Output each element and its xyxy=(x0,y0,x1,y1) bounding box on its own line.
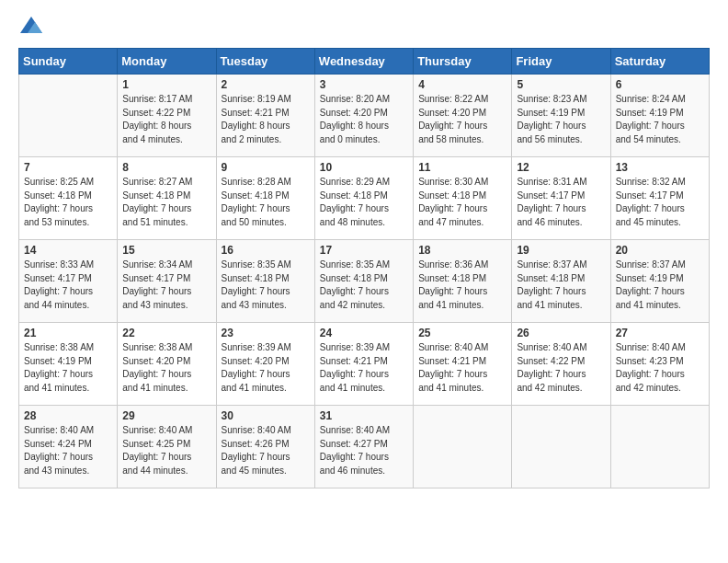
calendar-cell: 21Sunrise: 8:38 AMSunset: 4:19 PMDayligh… xyxy=(19,323,118,406)
calendar-cell: 13Sunrise: 8:32 AMSunset: 4:17 PMDayligh… xyxy=(610,157,709,240)
day-number: 24 xyxy=(320,327,408,339)
cell-info: Sunrise: 8:35 AMSunset: 4:18 PMDaylight:… xyxy=(320,259,408,312)
calendar-cell: 22Sunrise: 8:38 AMSunset: 4:20 PMDayligh… xyxy=(118,323,216,406)
calendar-week-4: 21Sunrise: 8:38 AMSunset: 4:19 PMDayligh… xyxy=(19,323,710,406)
day-number: 26 xyxy=(517,327,605,339)
cell-info: Sunrise: 8:35 AMSunset: 4:18 PMDaylight:… xyxy=(222,259,310,312)
cell-info: Sunrise: 8:39 AMSunset: 4:21 PMDaylight:… xyxy=(320,341,408,395)
calendar-cell: 12Sunrise: 8:31 AMSunset: 4:17 PMDayligh… xyxy=(512,157,610,240)
day-header-friday: Friday xyxy=(512,49,610,75)
day-number: 8 xyxy=(122,161,210,174)
day-number: 16 xyxy=(222,244,310,257)
calendar-cell: 23Sunrise: 8:39 AMSunset: 4:20 PMDayligh… xyxy=(216,323,314,406)
cell-info: Sunrise: 8:38 AMSunset: 4:19 PMDaylight:… xyxy=(24,341,112,395)
day-number: 12 xyxy=(517,161,605,174)
logo-icon xyxy=(18,15,44,37)
calendar-cell xyxy=(19,75,118,157)
cell-info: Sunrise: 8:28 AMSunset: 4:18 PMDaylight:… xyxy=(222,176,310,229)
logo xyxy=(18,15,48,37)
day-number: 14 xyxy=(24,244,112,257)
calendar-cell: 25Sunrise: 8:40 AMSunset: 4:21 PMDayligh… xyxy=(414,323,512,406)
cell-info: Sunrise: 8:40 AMSunset: 4:22 PMDaylight:… xyxy=(517,341,605,395)
cell-info: Sunrise: 8:22 AMSunset: 4:20 PMDaylight:… xyxy=(418,93,506,146)
calendar-cell: 31Sunrise: 8:40 AMSunset: 4:27 PMDayligh… xyxy=(314,406,413,488)
day-number: 29 xyxy=(122,409,210,422)
calendar-cell: 4Sunrise: 8:22 AMSunset: 4:20 PMDaylight… xyxy=(414,75,512,157)
cell-info: Sunrise: 8:38 AMSunset: 4:20 PMDaylight:… xyxy=(122,341,210,395)
calendar-cell: 20Sunrise: 8:37 AMSunset: 4:19 PMDayligh… xyxy=(610,240,709,323)
cell-info: Sunrise: 8:34 AMSunset: 4:17 PMDaylight:… xyxy=(122,259,210,312)
day-number: 7 xyxy=(24,161,112,174)
day-header-saturday: Saturday xyxy=(610,49,709,75)
calendar-header-row: SundayMondayTuesdayWednesdayThursdayFrid… xyxy=(19,49,710,75)
cell-info: Sunrise: 8:27 AMSunset: 4:18 PMDaylight:… xyxy=(122,176,210,229)
calendar-cell: 1Sunrise: 8:17 AMSunset: 4:22 PMDaylight… xyxy=(118,75,216,157)
calendar-cell: 30Sunrise: 8:40 AMSunset: 4:26 PMDayligh… xyxy=(216,406,314,488)
calendar-week-1: 1Sunrise: 8:17 AMSunset: 4:22 PMDaylight… xyxy=(19,75,710,157)
cell-info: Sunrise: 8:19 AMSunset: 4:21 PMDaylight:… xyxy=(222,93,310,146)
calendar-cell: 24Sunrise: 8:39 AMSunset: 4:21 PMDayligh… xyxy=(314,323,413,406)
calendar-cell: 7Sunrise: 8:25 AMSunset: 4:18 PMDaylight… xyxy=(19,157,118,240)
day-number: 10 xyxy=(320,161,408,174)
day-number: 9 xyxy=(222,161,310,174)
cell-info: Sunrise: 8:37 AMSunset: 4:19 PMDaylight:… xyxy=(616,259,704,312)
cell-info: Sunrise: 8:31 AMSunset: 4:17 PMDaylight:… xyxy=(517,176,605,229)
calendar-cell xyxy=(414,406,512,488)
calendar-cell: 28Sunrise: 8:40 AMSunset: 4:24 PMDayligh… xyxy=(19,406,118,488)
cell-info: Sunrise: 8:40 AMSunset: 4:21 PMDaylight:… xyxy=(418,341,506,395)
day-number: 3 xyxy=(320,78,408,91)
cell-info: Sunrise: 8:37 AMSunset: 4:18 PMDaylight:… xyxy=(517,259,605,312)
day-number: 23 xyxy=(222,327,310,339)
day-number: 31 xyxy=(320,409,408,422)
calendar-cell: 17Sunrise: 8:35 AMSunset: 4:18 PMDayligh… xyxy=(314,240,413,323)
calendar-cell xyxy=(610,406,709,488)
day-number: 13 xyxy=(616,161,704,174)
cell-info: Sunrise: 8:24 AMSunset: 4:19 PMDaylight:… xyxy=(616,93,704,146)
day-number: 4 xyxy=(418,78,506,91)
calendar-cell: 18Sunrise: 8:36 AMSunset: 4:18 PMDayligh… xyxy=(414,240,512,323)
cell-info: Sunrise: 8:33 AMSunset: 4:17 PMDaylight:… xyxy=(24,259,112,312)
calendar-cell xyxy=(512,406,610,488)
cell-info: Sunrise: 8:29 AMSunset: 4:18 PMDaylight:… xyxy=(320,176,408,229)
calendar-table: SundayMondayTuesdayWednesdayThursdayFrid… xyxy=(18,48,710,488)
cell-info: Sunrise: 8:32 AMSunset: 4:17 PMDaylight:… xyxy=(616,176,704,229)
calendar-cell: 27Sunrise: 8:40 AMSunset: 4:23 PMDayligh… xyxy=(610,323,709,406)
day-number: 5 xyxy=(517,78,605,91)
calendar-cell: 14Sunrise: 8:33 AMSunset: 4:17 PMDayligh… xyxy=(19,240,118,323)
cell-info: Sunrise: 8:40 AMSunset: 4:24 PMDaylight:… xyxy=(24,424,112,477)
cell-info: Sunrise: 8:40 AMSunset: 4:26 PMDaylight:… xyxy=(222,424,310,477)
day-header-thursday: Thursday xyxy=(414,49,512,75)
calendar-cell: 26Sunrise: 8:40 AMSunset: 4:22 PMDayligh… xyxy=(512,323,610,406)
day-number: 30 xyxy=(222,409,310,422)
calendar-week-3: 14Sunrise: 8:33 AMSunset: 4:17 PMDayligh… xyxy=(19,240,710,323)
cell-info: Sunrise: 8:20 AMSunset: 4:20 PMDaylight:… xyxy=(320,93,408,146)
day-number: 18 xyxy=(418,244,506,257)
day-number: 6 xyxy=(616,78,704,91)
cell-info: Sunrise: 8:23 AMSunset: 4:19 PMDaylight:… xyxy=(517,93,605,146)
calendar-week-2: 7Sunrise: 8:25 AMSunset: 4:18 PMDaylight… xyxy=(19,157,710,240)
day-number: 2 xyxy=(222,78,310,91)
cell-info: Sunrise: 8:40 AMSunset: 4:27 PMDaylight:… xyxy=(320,424,408,477)
cell-info: Sunrise: 8:25 AMSunset: 4:18 PMDaylight:… xyxy=(24,176,112,229)
calendar-cell: 9Sunrise: 8:28 AMSunset: 4:18 PMDaylight… xyxy=(216,157,314,240)
day-number: 22 xyxy=(122,327,210,339)
cell-info: Sunrise: 8:40 AMSunset: 4:25 PMDaylight:… xyxy=(122,424,210,477)
day-number: 25 xyxy=(418,327,506,339)
day-header-monday: Monday xyxy=(118,49,216,75)
day-number: 1 xyxy=(122,78,210,91)
calendar-cell: 3Sunrise: 8:20 AMSunset: 4:20 PMDaylight… xyxy=(314,75,413,157)
calendar-body: 1Sunrise: 8:17 AMSunset: 4:22 PMDaylight… xyxy=(19,75,710,488)
day-number: 27 xyxy=(616,327,704,339)
day-number: 28 xyxy=(24,409,112,422)
calendar-cell: 5Sunrise: 8:23 AMSunset: 4:19 PMDaylight… xyxy=(512,75,610,157)
cell-info: Sunrise: 8:17 AMSunset: 4:22 PMDaylight:… xyxy=(122,93,210,146)
day-number: 11 xyxy=(418,161,506,174)
cell-info: Sunrise: 8:40 AMSunset: 4:23 PMDaylight:… xyxy=(616,341,704,395)
page-header xyxy=(18,15,710,37)
calendar-cell: 10Sunrise: 8:29 AMSunset: 4:18 PMDayligh… xyxy=(314,157,413,240)
cell-info: Sunrise: 8:30 AMSunset: 4:18 PMDaylight:… xyxy=(418,176,506,229)
calendar-cell: 11Sunrise: 8:30 AMSunset: 4:18 PMDayligh… xyxy=(414,157,512,240)
day-header-wednesday: Wednesday xyxy=(314,49,413,75)
cell-info: Sunrise: 8:39 AMSunset: 4:20 PMDaylight:… xyxy=(222,341,310,395)
calendar-cell: 29Sunrise: 8:40 AMSunset: 4:25 PMDayligh… xyxy=(118,406,216,488)
